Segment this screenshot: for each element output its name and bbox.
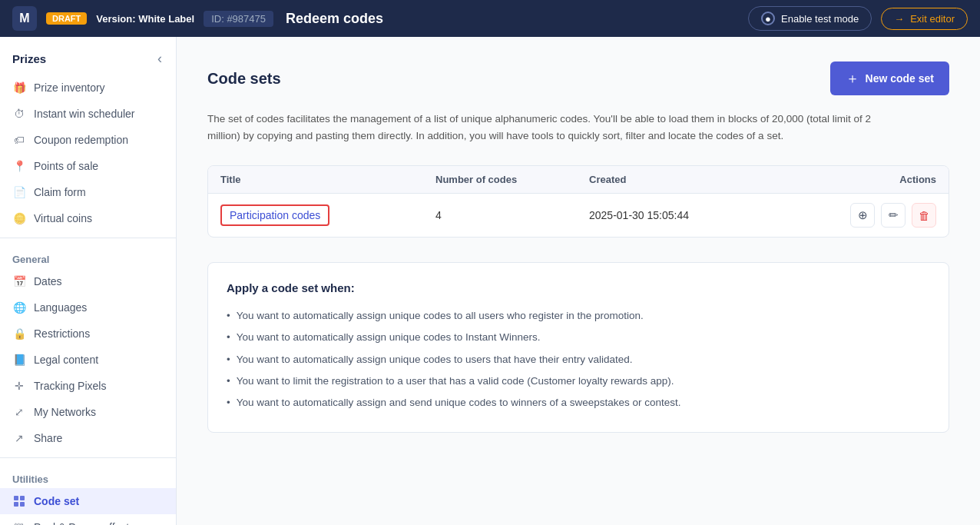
crosshair-icon: ✛ bbox=[12, 379, 26, 393]
sidebar-item-label: Peel & Promo effect bbox=[34, 521, 129, 525]
exit-editor-button[interactable]: → Exit editor bbox=[881, 8, 968, 30]
sidebar-item-label: Languages bbox=[34, 301, 87, 314]
grid-icon bbox=[12, 494, 26, 508]
globe-icon: 🌐 bbox=[12, 301, 26, 314]
sidebar-item-dates[interactable]: 📅 Dates bbox=[0, 268, 176, 294]
sidebar-item-label: Coupon redemption bbox=[34, 134, 128, 146]
section-description: The set of codes facilitates the managem… bbox=[207, 111, 899, 144]
sidebar: Prizes ‹ 🎁 Prize inventory ⏱ Instant win… bbox=[0, 37, 177, 525]
sidebar-collapse-button[interactable]: ‹ bbox=[156, 49, 164, 68]
share2-icon: ⤢ bbox=[12, 405, 26, 419]
prizes-section-label: Prizes bbox=[12, 52, 46, 65]
apply-list: You want to automatically assign unique … bbox=[227, 305, 930, 414]
add-code-button[interactable]: ⊕ bbox=[850, 203, 875, 228]
sidebar-divider-2 bbox=[0, 457, 176, 458]
map-pin-icon: 📍 bbox=[12, 159, 26, 173]
participation-codes-link[interactable]: Participation codes bbox=[220, 204, 329, 226]
tag-icon: 🏷 bbox=[12, 133, 26, 147]
sidebar-item-code-set[interactable]: Code set bbox=[0, 488, 176, 514]
utilities-section-label: Utilities bbox=[0, 464, 176, 488]
sidebar-item-label: My Networks bbox=[34, 406, 96, 418]
gift-icon: 🎁 bbox=[12, 81, 26, 95]
row-title-cell: Participation codes bbox=[220, 204, 435, 226]
svg-rect-1 bbox=[20, 496, 25, 500]
layout: Prizes ‹ 🎁 Prize inventory ⏱ Instant win… bbox=[0, 37, 980, 525]
sidebar-item-label: Instant win scheduler bbox=[34, 108, 135, 120]
col-actions-header: Actions bbox=[829, 174, 936, 185]
new-code-set-button[interactable]: ＋ New code set bbox=[830, 61, 949, 95]
sidebar-item-my-networks[interactable]: ⤢ My Networks bbox=[0, 399, 176, 425]
section-title: Code sets bbox=[207, 70, 281, 88]
apply-list-item: You want to limit the registration to a … bbox=[227, 370, 930, 392]
apply-list-item: You want to automatically assign unique … bbox=[227, 349, 930, 370]
version-label: Version: White Label bbox=[96, 13, 194, 25]
table-row: Participation codes 4 2025-01-30 15:05:4… bbox=[208, 194, 949, 237]
sidebar-item-label: Claim form bbox=[34, 186, 86, 198]
main-content: Code sets ＋ New code set The set of code… bbox=[177, 37, 980, 525]
sidebar-item-virtual-coins[interactable]: 🪙 Virtual coins bbox=[0, 205, 176, 231]
shield-icon: 🛡 bbox=[12, 520, 26, 525]
sidebar-item-peel-promo[interactable]: 🛡 Peel & Promo effect bbox=[0, 514, 176, 525]
sidebar-item-prize-inventory[interactable]: 🎁 Prize inventory bbox=[0, 75, 176, 101]
main-header: Code sets ＋ New code set bbox=[207, 61, 949, 95]
topbar: M Draft Version: White Label ID: #987475… bbox=[0, 0, 980, 37]
row-number-cell: 4 bbox=[435, 209, 589, 221]
share-icon: ↗ bbox=[12, 431, 26, 445]
svg-rect-0 bbox=[14, 496, 18, 500]
prizes-section-header: Prizes ‹ bbox=[0, 37, 176, 75]
apply-list-item: You want to automatically assign and sen… bbox=[227, 392, 930, 414]
calendar-icon: 📅 bbox=[12, 274, 26, 288]
sidebar-divider-1 bbox=[0, 238, 176, 238]
sidebar-item-share[interactable]: ↗ Share bbox=[0, 425, 176, 451]
edit-code-button[interactable]: ✏ bbox=[881, 203, 906, 228]
sidebar-item-points-of-sale[interactable]: 📍 Points of sale bbox=[0, 153, 176, 179]
exit-icon: → bbox=[894, 13, 904, 25]
enable-test-mode-button[interactable]: ● Enable test mode bbox=[748, 6, 872, 31]
apply-code-set-section: Apply a code set when: You want to autom… bbox=[207, 262, 949, 433]
delete-code-button[interactable]: 🗑 bbox=[912, 203, 936, 228]
sidebar-item-claim-form[interactable]: 📄 Claim form bbox=[0, 179, 176, 205]
sidebar-item-legal-content[interactable]: 📘 Legal content bbox=[0, 347, 176, 373]
sidebar-item-label: Points of sale bbox=[34, 160, 98, 172]
clock-icon: ⏱ bbox=[12, 107, 26, 121]
row-created-cell: 2025-01-30 15:05:44 bbox=[589, 209, 829, 221]
sidebar-item-label: Dates bbox=[34, 275, 62, 287]
book-icon: 📘 bbox=[12, 353, 26, 367]
app-logo: M bbox=[12, 6, 37, 31]
col-number-header: Number of codes bbox=[435, 174, 589, 185]
apply-title: Apply a code set when: bbox=[227, 281, 930, 294]
sidebar-item-languages[interactable]: 🌐 Languages bbox=[0, 294, 176, 321]
general-section-label: General bbox=[0, 244, 176, 268]
sidebar-item-label: Tracking Pixels bbox=[34, 380, 106, 392]
sidebar-item-label: Restrictions bbox=[34, 327, 90, 340]
sidebar-item-label: Prize inventory bbox=[34, 81, 105, 94]
plus-icon: ＋ bbox=[846, 69, 859, 88]
sidebar-item-label: Virtual coins bbox=[34, 212, 92, 224]
sidebar-item-coupon-redemption[interactable]: 🏷 Coupon redemption bbox=[0, 127, 176, 153]
svg-rect-2 bbox=[14, 502, 18, 507]
apply-list-item: You want to automatically assign unique … bbox=[227, 327, 930, 348]
col-created-header: Created bbox=[589, 174, 829, 185]
sidebar-item-tracking-pixels[interactable]: ✛ Tracking Pixels bbox=[0, 373, 176, 399]
sidebar-item-label: Code set bbox=[34, 495, 79, 507]
apply-list-item: You want to automatically assign unique … bbox=[227, 305, 930, 327]
lock-icon: 🔒 bbox=[12, 327, 26, 341]
sidebar-item-instant-win[interactable]: ⏱ Instant win scheduler bbox=[0, 101, 176, 127]
sidebar-item-restrictions[interactable]: 🔒 Restrictions bbox=[0, 321, 176, 347]
svg-rect-3 bbox=[20, 502, 25, 507]
row-actions-cell: ⊕ ✏ 🗑 bbox=[829, 203, 936, 228]
sidebar-item-label: Legal content bbox=[34, 354, 98, 366]
coin-icon: 🪙 bbox=[12, 211, 26, 225]
col-title-header: Title bbox=[220, 174, 435, 185]
edit-icon: ✏ bbox=[889, 208, 899, 222]
test-mode-icon: ● bbox=[761, 12, 775, 25]
draft-badge: Draft bbox=[46, 12, 87, 25]
plus-circle-icon: ⊕ bbox=[858, 208, 868, 222]
id-badge: ID: #987475 bbox=[204, 11, 273, 27]
sidebar-item-label: Share bbox=[34, 432, 62, 444]
page-title: Redeem codes bbox=[286, 11, 739, 27]
code-sets-table: Title Number of codes Created Actions Pa… bbox=[207, 165, 949, 238]
table-header: Title Number of codes Created Actions bbox=[208, 166, 949, 194]
trash-icon: 🗑 bbox=[919, 209, 930, 222]
file-text-icon: 📄 bbox=[12, 185, 26, 199]
